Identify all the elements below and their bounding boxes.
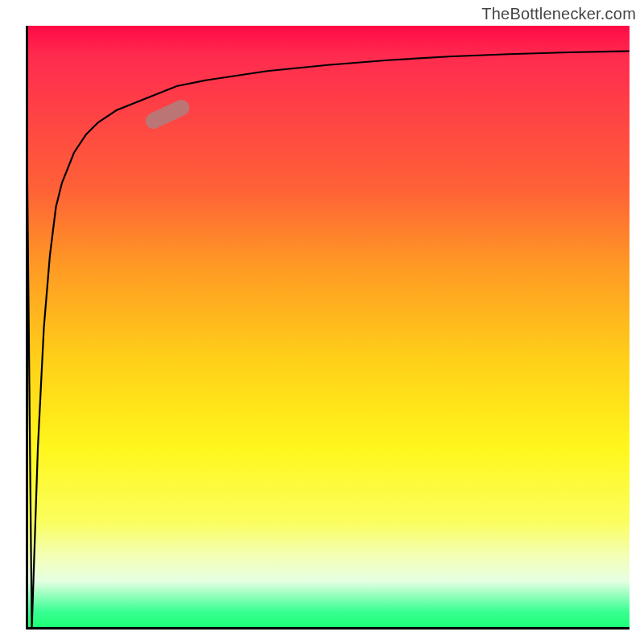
curve-path [26,26,630,630]
axes-border [26,26,630,630]
chart-area [26,26,630,630]
attribution-text: TheBottlenecker.com [481,5,636,23]
bottleneck-curve [26,26,630,630]
highlight-marker [142,97,192,132]
gradient-background [26,26,630,630]
